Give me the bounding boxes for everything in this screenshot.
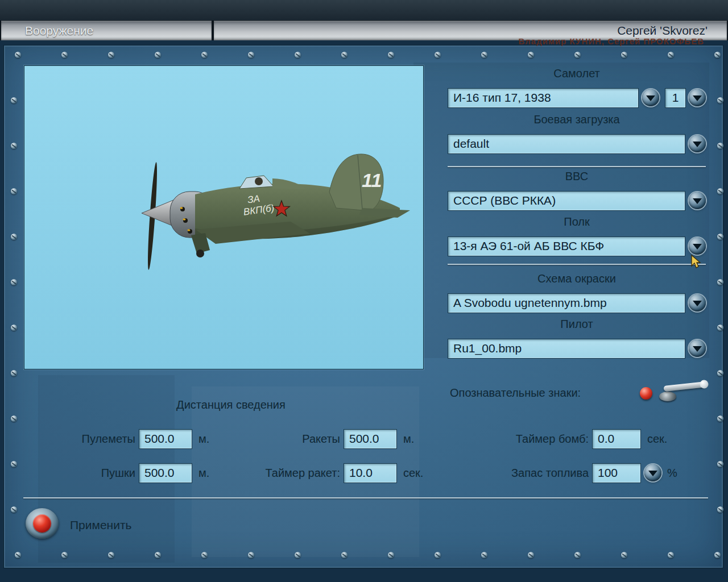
screw-rivet-icon (341, 552, 348, 558)
screw-rivet-icon (717, 97, 723, 103)
top-background-band (0, 0, 728, 20)
screw-rivet-icon (388, 552, 394, 558)
aircraft-count-arrow[interactable] (689, 89, 706, 106)
screw-rivet-icon (717, 461, 723, 467)
cannons-unit: м. (198, 467, 209, 480)
screw-rivet-icon (295, 552, 301, 558)
toggle-lever-icon (663, 381, 707, 392)
apply-label[interactable]: Применить (70, 518, 132, 532)
screw-rivet-icon (717, 325, 723, 331)
screw-rivet-icon (528, 52, 534, 58)
screw-rivet-icon (15, 552, 21, 558)
screw-rivet-icon (717, 506, 723, 513)
cannons-label: Пушки (44, 467, 135, 480)
screw-rivet-icon (574, 52, 581, 58)
regiment-dropdown-arrow[interactable] (689, 238, 706, 255)
fuel-field[interactable]: 100 (592, 463, 641, 483)
apply-button[interactable] (26, 508, 59, 539)
screw-rivet-icon (201, 552, 208, 558)
screw-rivet-icon (528, 552, 534, 558)
rocket-timer-field[interactable]: 10.0 (344, 463, 397, 483)
airforce-dropdown-arrow[interactable] (689, 192, 706, 209)
screw-rivet-icon (11, 325, 17, 331)
paint-scheme-dropdown-arrow[interactable] (689, 294, 706, 311)
tail-number: 11 (362, 169, 382, 191)
aircraft-select[interactable]: И-16 тип 17, 1938 (448, 88, 639, 108)
divider (448, 264, 706, 265)
screw-rivet-icon (341, 52, 348, 58)
screw-rivet-icon (61, 552, 68, 558)
divider (448, 166, 706, 167)
screw-rivet-icon (11, 97, 17, 103)
screw-rivet-icon (108, 552, 114, 558)
regiment-select[interactable]: 13-я АЭ 61-ой АБ ВВС КБФ (448, 236, 685, 256)
screw-rivet-icon (388, 52, 394, 58)
screw-rivet-icon (717, 234, 723, 240)
fuel-label: Запас топлива (459, 467, 589, 480)
screw-rivet-icon (481, 552, 487, 558)
screw-rivet-icon (621, 552, 627, 558)
bottom-divider (23, 497, 708, 498)
machine-guns-label: Пулеметы (44, 433, 135, 446)
machine-guns-field[interactable]: 500.0 (139, 429, 192, 449)
rocket-timer-label: Таймер ракет: (243, 467, 340, 480)
rockets-unit: м. (403, 433, 414, 446)
loadout-dropdown-arrow[interactable] (689, 135, 706, 152)
screw-rivet-icon (11, 234, 17, 240)
screw-rivet-icon (435, 552, 441, 558)
airforce-select[interactable]: СССР (ВВС РККА) (448, 191, 685, 211)
aircraft-dropdown-arrow[interactable] (642, 89, 659, 106)
screw-rivet-icon (717, 370, 723, 376)
screw-rivet-icon (668, 52, 674, 58)
rockets-field[interactable]: 500.0 (344, 429, 397, 449)
screw-rivet-icon (155, 552, 161, 558)
screw-rivet-icon (201, 52, 208, 58)
screw-rivet-icon (574, 552, 581, 558)
pilot-dropdown-arrow[interactable] (689, 340, 706, 357)
main-panel: 11 ЗА ВКП(б) Самолет И-16 тип 17, 1938 1… (3, 45, 723, 568)
cannons-field[interactable]: 500.0 (139, 463, 192, 483)
screw-rivet-icon (668, 552, 674, 558)
loadout-select[interactable]: default (448, 134, 685, 154)
wheel (196, 250, 204, 257)
pilot-label: Пилот (448, 318, 706, 331)
slogan-line1: ЗА (247, 193, 260, 206)
rocket-timer-unit: сек. (403, 467, 423, 480)
aircraft-count-field[interactable]: 1 (665, 88, 686, 108)
toggle-base-icon (659, 392, 676, 401)
toggle-lever-tip-icon (700, 380, 709, 389)
screw-rivet-icon (11, 370, 17, 376)
pilot-head (255, 177, 263, 185)
fuel-down-arrow[interactable] (644, 464, 661, 481)
bomb-timer-unit: сек. (647, 433, 667, 446)
screw-rivet-icon (717, 415, 723, 422)
screw-rivet-icon (11, 415, 17, 422)
screw-rivet-icon (295, 52, 301, 58)
mouse-cursor-icon (690, 255, 703, 272)
apply-button-red-dome-icon (33, 514, 51, 533)
screw-rivet-icon (717, 188, 723, 194)
loadout-label: Боевая загрузка (448, 113, 706, 126)
convergence-title: Дистанция сведения (137, 398, 325, 411)
toggle-red-knob-icon (640, 387, 652, 400)
screw-rivet-icon (435, 52, 441, 58)
fuel-unit: % (667, 467, 677, 480)
aircraft-label: Самолет (448, 67, 706, 80)
screw-rivet-icon (717, 143, 723, 149)
tab-armament[interactable]: Вооружение (1, 20, 212, 40)
paint-scheme-label: Схема окраски (448, 272, 706, 285)
screw-rivet-icon (108, 52, 114, 58)
screw-rivet-icon (11, 143, 17, 149)
bomb-timer-label: Таймер бомб: (465, 433, 589, 446)
aircraft-illustration: 11 ЗА ВКП(б) (24, 66, 424, 370)
bomb-timer-field[interactable]: 0.0 (592, 429, 641, 449)
markings-toggle[interactable] (634, 380, 709, 409)
screw-rivet-icon (714, 552, 721, 558)
screw-rivet-icon (481, 52, 487, 58)
markings-label: Опознавательные знаки: (450, 386, 581, 400)
screw-rivet-icon (11, 188, 17, 194)
pilot-select[interactable]: Ru1_00.bmp (448, 339, 685, 359)
screw-rivet-icon (248, 552, 254, 558)
screw-rivet-icon (717, 279, 723, 285)
paint-scheme-select[interactable]: A Svobodu ugnetennym.bmp (448, 293, 685, 313)
